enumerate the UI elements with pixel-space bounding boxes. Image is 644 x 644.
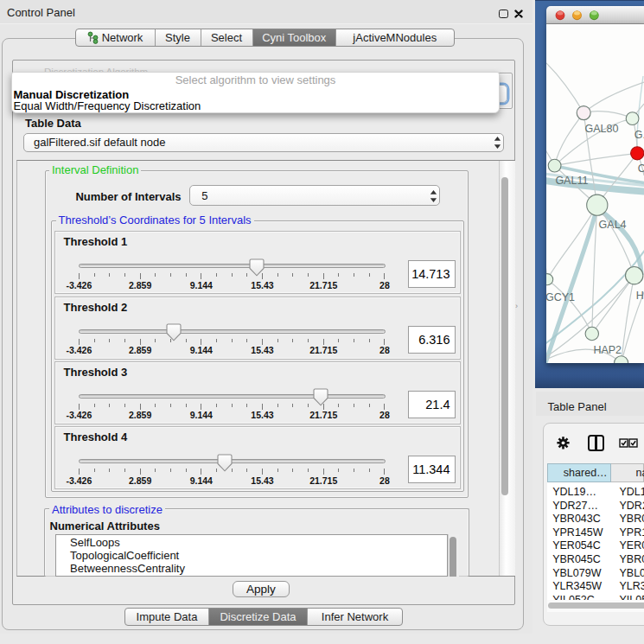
svg-text:HAP2: HAP2 [593,344,622,356]
svg-text:GAL4: GAL4 [599,219,627,231]
svg-text:GAL80: GAL80 [584,123,618,135]
svg-text:G.: G. [634,129,644,141]
svg-text:C: C [638,163,644,175]
svg-text:GCY1: GCY1 [546,291,575,303]
svg-text:H: H [636,290,644,302]
svg-text:GAL11: GAL11 [555,175,588,187]
